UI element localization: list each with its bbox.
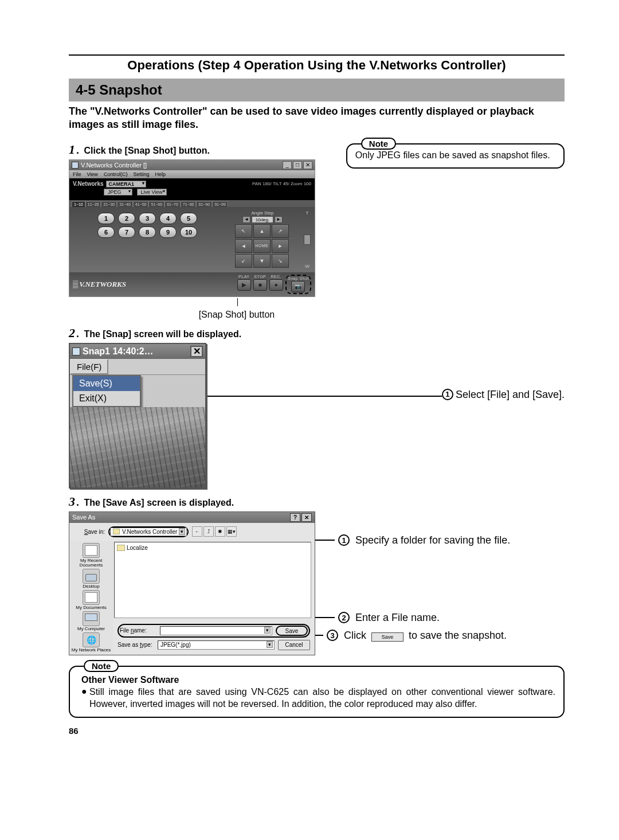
snap-titlebar[interactable]: Snap1 14:40:2… ✕: [70, 344, 205, 359]
snapshot-control[interactable]: Snap Shot 📷: [288, 276, 309, 292]
ptz-info: PAN 180/ TILT 45/ Zoom 100: [252, 181, 311, 186]
close-button[interactable]: ✕: [190, 346, 203, 357]
zoom-wide-label: W: [305, 264, 310, 269]
folder-name: Localize: [127, 545, 148, 551]
preset-button[interactable]: 4: [159, 213, 177, 224]
note-body: Only JPEG files can be saved as snapshot…: [355, 150, 555, 161]
place-recent[interactable]: My Recent Documents: [69, 543, 113, 568]
camera-selector[interactable]: CAMERA1: [106, 181, 147, 187]
cancel-button[interactable]: Cancel: [278, 640, 310, 650]
stop-button[interactable]: ■: [253, 279, 267, 291]
angle-plus-button[interactable]: ►: [275, 216, 283, 223]
place-desktop[interactable]: Desktop: [83, 569, 100, 589]
preset-tab[interactable]: 81~90: [196, 201, 212, 207]
play-control[interactable]: PLAY ▶: [237, 275, 251, 294]
preset-button[interactable]: 3: [139, 213, 156, 224]
maximize-button[interactable]: □: [293, 161, 302, 169]
ptz-right[interactable]: ►: [272, 239, 289, 253]
preset-tab[interactable]: 31~40: [117, 201, 133, 207]
preset-area: 1 2 3 4 5 6 7 8 9 10: [73, 210, 222, 269]
window-titlebar[interactable]: V.Networks Controller [] _ □ ✕: [69, 160, 315, 170]
views-button[interactable]: ▦▾: [226, 526, 237, 537]
annotation-text: Specify a folder for saving the file.: [355, 534, 510, 546]
leader-line: [206, 396, 442, 397]
filetype-label: Save as type:: [117, 642, 154, 648]
preset-button[interactable]: 1: [97, 213, 115, 224]
preset-tab[interactable]: 1~10: [72, 201, 85, 207]
menu-file[interactable]: File: [73, 171, 81, 177]
format-selector[interactable]: JPEG: [104, 189, 132, 196]
close-button[interactable]: ✕: [303, 161, 312, 169]
snap-title-text: Snap1 14:40:2…: [83, 346, 154, 357]
save-button[interactable]: Save: [276, 626, 308, 636]
ptz-home[interactable]: HOME: [253, 239, 271, 253]
place-mycomputer[interactable]: My Computer: [77, 611, 105, 631]
snap-menu-exit[interactable]: Exit(X): [73, 391, 140, 406]
rec-control[interactable]: REC. ●: [269, 275, 283, 294]
savein-highlight: V.Networks Controller: [108, 526, 189, 537]
preset-tab[interactable]: 61~70: [164, 201, 181, 207]
angle-step-label: Angle Step: [225, 210, 300, 216]
help-button[interactable]: ?: [290, 513, 300, 522]
filename-input[interactable]: [160, 626, 272, 635]
preset-tab[interactable]: 91~99: [212, 201, 228, 207]
preset-button[interactable]: 10: [180, 226, 197, 238]
preset-button[interactable]: 9: [159, 226, 177, 238]
top-rule: [69, 54, 565, 56]
preset-tab[interactable]: 11~20: [85, 201, 101, 207]
preset-tab[interactable]: 21~30: [101, 201, 117, 207]
rec-button[interactable]: ●: [269, 279, 283, 291]
preset-button[interactable]: 6: [97, 226, 115, 238]
play-button[interactable]: ▶: [237, 279, 251, 291]
menu-setting[interactable]: Setting: [133, 171, 149, 177]
note-box: Note Only JPEG files can be saved as sna…: [346, 143, 565, 169]
zoom-thumb[interactable]: [304, 235, 311, 245]
folder-item[interactable]: Localize: [117, 545, 308, 551]
menu-view[interactable]: View: [87, 171, 98, 177]
section-heading: 4-5 Snapshot: [69, 79, 565, 101]
ptz-upright[interactable]: ↗: [272, 224, 289, 238]
annotation-text: Select [File] and [Save].: [456, 389, 565, 401]
preset-button[interactable]: 5: [180, 213, 197, 224]
ptz-downleft[interactable]: ↙: [235, 254, 252, 268]
preset-button[interactable]: 2: [118, 213, 135, 224]
ptz-upleft[interactable]: ↖: [235, 224, 252, 238]
preset-tabs[interactable]: 1~10 11~20 21~30 31~40 41~50 51~60 61~70…: [69, 200, 315, 207]
liveview-selector[interactable]: Live View: [137, 189, 167, 196]
close-button[interactable]: ✕: [301, 513, 312, 522]
filetype-combo[interactable]: JPEG(*.jpg): [158, 640, 275, 650]
menu-help[interactable]: Help: [155, 171, 166, 177]
saveas-titlebar[interactable]: Save As ? ✕: [69, 512, 315, 523]
ptz-down[interactable]: ▼: [253, 254, 271, 268]
annotation-number: 1: [338, 534, 350, 546]
snap-menu-file[interactable]: File(F): [70, 359, 108, 374]
ptz-left[interactable]: ◄: [235, 239, 252, 253]
minimize-button[interactable]: _: [283, 161, 292, 169]
angle-minus-button[interactable]: ◄: [242, 216, 250, 223]
preset-tab[interactable]: 51~60: [148, 201, 164, 207]
newfolder-button[interactable]: ✱: [215, 526, 225, 537]
places-bar[interactable]: My Recent Documents Desktop My Documents…: [69, 541, 113, 655]
rec-label: REC.: [271, 275, 281, 279]
preset-tab[interactable]: 71~80: [181, 201, 197, 207]
preset-tab[interactable]: 41~50: [133, 201, 149, 207]
place-mydocs[interactable]: My Documents: [76, 590, 106, 610]
ptz-up[interactable]: ▲: [253, 224, 271, 238]
snap-menu[interactable]: File(F): [70, 359, 205, 375]
place-network[interactable]: My Network Places: [72, 632, 111, 653]
back-button[interactable]: ←: [192, 526, 202, 537]
preset-button[interactable]: 8: [139, 226, 156, 238]
menu-control[interactable]: Control(C): [104, 171, 128, 177]
section-intro: The "V.Networks Controller" can be used …: [69, 105, 565, 132]
ptz-downright[interactable]: ↘: [272, 254, 289, 268]
step-2-text: The [Snap] screen will be displayed.: [84, 329, 241, 339]
zoom-slider[interactable]: T W: [303, 210, 311, 269]
snap-menu-save[interactable]: Save(S): [73, 376, 140, 391]
menu-bar[interactable]: File View Control(C) Setting Help: [69, 170, 315, 178]
savein-combo[interactable]: V.Networks Controller: [110, 528, 187, 536]
preset-button[interactable]: 7: [118, 226, 135, 238]
snapshot-button[interactable]: 📷: [291, 281, 305, 292]
file-list[interactable]: Localize: [114, 542, 311, 618]
up-button[interactable]: ⤴: [203, 526, 214, 537]
stop-control[interactable]: STOP ■: [253, 275, 267, 294]
